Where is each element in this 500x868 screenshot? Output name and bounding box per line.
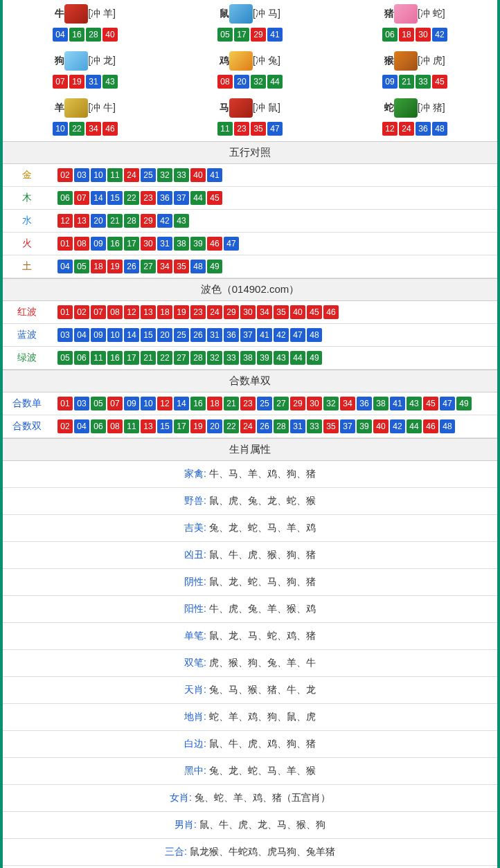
number-ball: 46 bbox=[323, 305, 339, 319]
number-ball: 08 bbox=[74, 237, 89, 251]
zodiac-icon bbox=[394, 4, 418, 24]
number-ball: 27 bbox=[141, 260, 156, 273]
attr-label: 白边: bbox=[184, 738, 206, 749]
zodiac-cell: 狗 [冲 龙] 07193143 bbox=[3, 47, 168, 94]
number-ball: 18 bbox=[91, 260, 106, 273]
zodiac-name: 猴 bbox=[384, 55, 394, 67]
number-ball: 36 bbox=[416, 122, 431, 136]
zodiac-conflict: [冲 虎] bbox=[418, 55, 445, 67]
data-row: 木 06071415222336374445 bbox=[3, 187, 497, 210]
attr-row: 野兽:鼠、虎、兔、龙、蛇、猴 bbox=[3, 488, 497, 515]
number-ball: 45 bbox=[423, 397, 438, 410]
number-ball: 19 bbox=[174, 305, 189, 319]
number-ball: 24 bbox=[240, 419, 256, 433]
number-ball: 43 bbox=[407, 397, 422, 410]
number-ball: 11 bbox=[91, 351, 106, 365]
number-ball: 01 bbox=[57, 397, 73, 410]
number-ball: 40 bbox=[373, 419, 389, 433]
zodiac-balls: 04162840 bbox=[3, 28, 168, 42]
number-ball: 41 bbox=[207, 168, 222, 182]
number-ball: 40 bbox=[102, 28, 118, 42]
zodiac-name: 马 bbox=[220, 102, 229, 114]
number-ball: 39 bbox=[357, 419, 372, 433]
number-ball: 32 bbox=[157, 168, 172, 182]
attr-label: 双笔: bbox=[184, 657, 206, 668]
zodiac-conflict: [冲 猪] bbox=[418, 102, 445, 114]
number-ball: 35 bbox=[174, 260, 189, 273]
zodiac-conflict: [冲 牛] bbox=[88, 102, 116, 114]
number-ball: 20 bbox=[157, 328, 172, 342]
number-ball: 12 bbox=[382, 122, 398, 136]
number-ball: 27 bbox=[174, 351, 189, 365]
number-ball: 31 bbox=[207, 328, 222, 342]
number-ball: 05 bbox=[217, 28, 233, 42]
row-balls: 1213202128294243 bbox=[51, 210, 497, 233]
attr-value: 兔、龙、蛇、马、羊、猴 bbox=[209, 765, 316, 776]
number-ball: 12 bbox=[124, 305, 139, 319]
number-ball: 20 bbox=[91, 214, 106, 228]
number-ball: 06 bbox=[382, 28, 398, 42]
zodiac-cell: 鼠 [冲 马] 05172941 bbox=[168, 0, 332, 47]
number-ball: 08 bbox=[217, 75, 233, 89]
number-ball: 12 bbox=[157, 397, 172, 410]
number-ball: 05 bbox=[57, 351, 73, 365]
number-ball: 40 bbox=[190, 168, 206, 182]
number-ball: 03 bbox=[57, 328, 73, 342]
number-ball: 23 bbox=[141, 191, 156, 205]
wuxing-table: 金 02031011242532334041木 0607141522233637… bbox=[3, 164, 497, 278]
number-ball: 21 bbox=[224, 397, 239, 410]
attr-row: 凶丑:鼠、牛、虎、猴、狗、猪 bbox=[3, 542, 497, 569]
attr-label: 家禽: bbox=[184, 468, 206, 479]
number-ball: 08 bbox=[107, 305, 123, 319]
number-ball: 11 bbox=[107, 168, 123, 182]
heshu-table: 合数单 010305070910121416182123252729303234… bbox=[3, 392, 497, 438]
number-ball: 05 bbox=[91, 397, 106, 410]
attr-row: 黑中:兔、龙、蛇、马、羊、猴 bbox=[3, 758, 497, 785]
number-ball: 34 bbox=[86, 122, 101, 136]
number-ball: 10 bbox=[107, 328, 123, 342]
section-header-wuxing: 五行对照 bbox=[3, 141, 497, 164]
number-ball: 47 bbox=[290, 328, 305, 342]
number-ball: 18 bbox=[399, 28, 414, 42]
number-ball: 45 bbox=[307, 305, 322, 319]
number-ball: 45 bbox=[432, 75, 447, 89]
number-ball: 18 bbox=[157, 305, 172, 319]
attr-row: 双笔:虎、猴、狗、兔、羊、牛 bbox=[3, 650, 497, 677]
number-ball: 31 bbox=[86, 75, 101, 89]
number-ball: 12 bbox=[57, 214, 73, 228]
number-ball: 34 bbox=[157, 260, 172, 273]
number-ball: 16 bbox=[107, 351, 123, 365]
zodiac-icon bbox=[229, 98, 253, 118]
number-ball: 09 bbox=[382, 75, 398, 89]
number-ball: 21 bbox=[399, 75, 414, 89]
number-ball: 23 bbox=[240, 397, 256, 410]
number-ball: 07 bbox=[74, 191, 89, 205]
number-ball: 28 bbox=[86, 28, 101, 42]
number-ball: 49 bbox=[207, 260, 222, 273]
number-ball: 34 bbox=[257, 305, 272, 319]
number-ball: 46 bbox=[423, 419, 438, 433]
row-balls: 0103050709101214161821232527293032343638… bbox=[51, 392, 497, 415]
number-ball: 26 bbox=[257, 419, 272, 433]
zodiac-name: 狗 bbox=[55, 55, 64, 67]
number-ball: 22 bbox=[124, 191, 139, 205]
row-balls: 0204060811131517192022242628313335373940… bbox=[51, 415, 497, 438]
number-ball: 32 bbox=[251, 75, 266, 89]
number-ball: 14 bbox=[124, 328, 139, 342]
zodiac-balls: 10223446 bbox=[3, 122, 168, 136]
data-row: 绿波 05061116172122272832333839434449 bbox=[3, 347, 497, 370]
number-ball: 43 bbox=[102, 75, 118, 89]
row-label: 蓝波 bbox=[3, 324, 51, 347]
number-ball: 06 bbox=[57, 191, 73, 205]
attr-value: 鼠、龙、马、蛇、鸡、猪 bbox=[209, 630, 316, 641]
number-ball: 31 bbox=[157, 237, 172, 251]
number-ball: 28 bbox=[190, 351, 206, 365]
number-ball: 32 bbox=[323, 397, 339, 410]
data-row: 蓝波 03040910141520252631363741424748 bbox=[3, 324, 497, 347]
data-row: 金 02031011242532334041 bbox=[3, 164, 497, 187]
number-ball: 33 bbox=[174, 168, 189, 182]
section-header-bose: 波色（014902.com） bbox=[3, 278, 497, 301]
number-ball: 11 bbox=[217, 122, 233, 136]
number-ball: 48 bbox=[432, 122, 447, 136]
number-ball: 47 bbox=[267, 122, 283, 136]
